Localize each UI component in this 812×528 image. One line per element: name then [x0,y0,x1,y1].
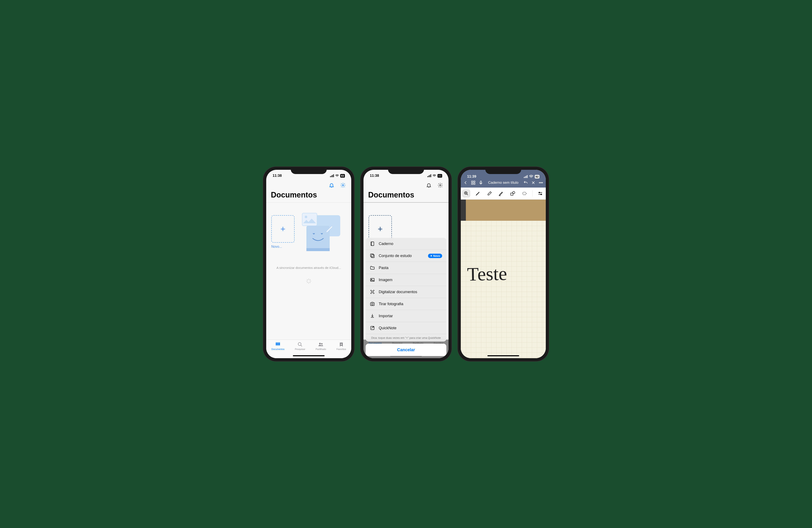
tab-favorites[interactable]: Favoritos [336,342,346,358]
menu-label: Tirar fotografia [379,302,403,306]
svg-rect-38 [480,181,481,183]
phone-2: 11:38 93 Documentos + Documentos Pesquis… [361,167,451,361]
screen-documents: 11:38 93 Documentos + Novo... [266,170,351,358]
tab-label: Partilhado [316,348,326,350]
header-actions [266,180,351,191]
menu-folder[interactable]: Pasta [366,262,446,274]
plus-icon: + [280,224,285,234]
menu-photo[interactable]: Tirar fotografia [366,298,446,310]
svg-point-39 [539,182,540,183]
menu-label: Caderno [379,242,393,246]
action-sheet: Caderno Conjunto de estudo ✦ Novo Pasta … [366,238,446,356]
svg-rect-34 [472,181,473,182]
gear-icon[interactable] [340,182,346,188]
menu-image[interactable]: Imagem [366,274,446,286]
import-icon [370,313,375,318]
illustration [296,211,342,254]
phone-1: 11:38 93 Documentos + Novo... [263,167,354,361]
tab-documents[interactable]: Documentos [272,342,285,358]
svg-rect-35 [474,181,475,182]
new-label: Novo... [271,245,294,248]
mic-icon[interactable] [479,180,483,185]
camera-icon [370,301,375,306]
svg-rect-17 [276,344,277,345]
drawing-toolbar [461,187,546,200]
svg-point-40 [540,182,541,183]
status-time: 11:38 [370,174,379,178]
tool-settings[interactable] [536,190,544,197]
svg-line-13 [310,280,310,280]
bell-icon[interactable] [329,182,334,188]
home-indicator[interactable] [293,355,324,356]
more-icon[interactable] [539,180,543,185]
tool-zoom[interactable] [462,190,470,197]
svg-point-23 [321,343,323,345]
new-document-button[interactable]: + [271,215,294,243]
svg-line-21 [301,345,302,346]
tab-label: Pesquisar [295,348,305,350]
tool-lasso[interactable] [521,190,528,197]
svg-line-12 [307,282,308,283]
menu-quicknote[interactable]: QuickNote [366,322,446,334]
battery-icon: 92 [535,175,539,179]
svg-rect-27 [371,255,374,258]
drawing-canvas[interactable]: Teste [461,221,546,358]
image-icon [370,277,375,282]
tool-pen[interactable] [474,190,482,197]
svg-point-20 [298,343,301,346]
menu-label: Importar [379,314,393,318]
status-indicators: 93 [330,174,345,178]
signal-icon [330,174,334,177]
wifi-icon [432,174,436,178]
back-icon[interactable] [463,180,468,185]
svg-rect-31 [372,291,373,293]
menu-scan[interactable]: Digitalizar documentos [366,286,446,298]
svg-point-24 [440,185,441,186]
svg-rect-5 [306,248,330,251]
svg-point-3 [305,216,307,218]
page-title: Documentos [363,191,449,202]
notebook-title[interactable]: Caderno sem título [486,181,520,185]
divider [532,190,533,197]
tool-highlighter[interactable] [497,190,505,197]
screen-action-sheet: 11:38 93 Documentos + Documentos Pesquis… [363,170,449,358]
status-time: 11:38 [273,174,282,178]
svg-rect-19 [279,344,280,345]
svg-point-49 [541,194,541,195]
sheet-hint: Dica: toque duas vezes em "+" para criar… [366,334,446,342]
menu-import[interactable]: Importar [366,310,446,322]
close-icon[interactable] [531,180,536,185]
cards-icon [370,253,375,258]
svg-rect-28 [371,254,374,257]
content-area: + Novo... [266,202,351,306]
status-indicators: 93 [427,174,442,178]
cancel-button[interactable]: Cancelar [366,344,446,356]
action-sheet-menu: Caderno Conjunto de estudo ✦ Novo Pasta … [366,238,446,342]
menu-studyset[interactable]: Conjunto de estudo ✦ Novo [366,250,446,262]
page-title: Documentos [266,191,351,202]
menu-label: Conjunto de estudo [379,254,412,258]
tab-label: Documentos [272,348,285,350]
grid-icon[interactable] [471,180,476,185]
menu-label: Digitalizar documentos [379,290,417,294]
wifi-icon [335,174,339,178]
svg-point-45 [523,192,526,195]
signal-icon [427,174,431,177]
battery-icon: 93 [340,174,345,178]
undo-icon[interactable] [523,180,528,185]
handwritten-text: Teste [467,262,507,285]
svg-rect-15 [277,343,278,344]
tool-eraser[interactable] [486,190,493,197]
spinner-icon [306,278,311,284]
svg-rect-18 [277,344,278,345]
svg-rect-16 [279,343,280,344]
menu-label: Pasta [379,266,389,270]
svg-line-8 [307,280,308,280]
tool-shapes[interactable] [509,190,517,197]
battery-icon: 93 [437,174,442,178]
signal-icon [524,175,527,178]
menu-notebook[interactable]: Caderno [366,238,446,250]
gear-icon [437,182,443,188]
home-indicator[interactable] [488,355,519,356]
svg-point-32 [372,303,373,305]
